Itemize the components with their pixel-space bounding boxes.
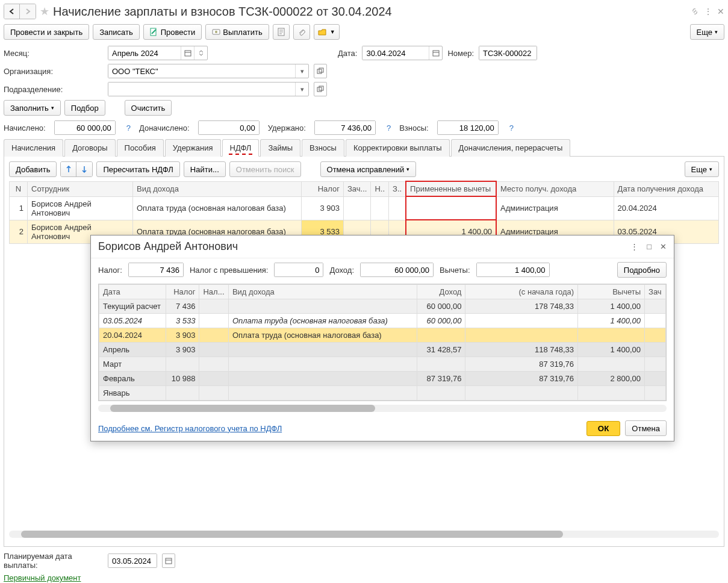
- org-input[interactable]: [108, 64, 295, 78]
- move-up-button[interactable]: [61, 162, 76, 176]
- popup-close-icon[interactable]: ✕: [660, 242, 667, 251]
- popup-link[interactable]: Подробнее см. Регистр налогового учета п…: [98, 424, 282, 433]
- th-n[interactable]: N: [10, 181, 28, 196]
- tab-ndfl[interactable]: НДФЛ: [222, 139, 260, 157]
- tab-contracts[interactable]: Договоры: [64, 139, 115, 157]
- post-close-button[interactable]: Провести и закрыть: [4, 24, 89, 40]
- p-excess-input[interactable]: [275, 263, 323, 276]
- th-income-type[interactable]: Вид дохода: [133, 181, 302, 196]
- pth-income-type[interactable]: Вид дохода: [228, 285, 417, 299]
- tab-benefits[interactable]: Пособия: [117, 139, 164, 157]
- tab-contribs[interactable]: Взносы: [302, 139, 344, 157]
- th-zach[interactable]: Зач...: [344, 181, 371, 196]
- find-button[interactable]: Найти...: [184, 161, 226, 177]
- recalc-button[interactable]: Пересчитать НДФЛ: [96, 161, 179, 177]
- cancel-fixes-button[interactable]: Отмена исправлений ▾: [320, 161, 417, 177]
- hint-icon[interactable]: ?: [509, 123, 514, 132]
- popup-scrollbar[interactable]: [98, 405, 667, 412]
- print-button[interactable]: ▼: [314, 24, 340, 40]
- nav-forward-button[interactable]: [20, 4, 36, 19]
- dept-input[interactable]: [108, 83, 295, 96]
- calendar-icon[interactable]: [181, 46, 194, 60]
- withheld-input[interactable]: [315, 121, 375, 134]
- details-button[interactable]: Подробно: [617, 262, 667, 278]
- menu-dots-icon[interactable]: ⋮: [704, 7, 712, 16]
- main-toolbar: Провести и закрыть Записать Провести Вып…: [4, 24, 724, 40]
- pth-ded[interactable]: Вычеты: [578, 285, 645, 299]
- th-date[interactable]: Дата получения дохода: [614, 181, 718, 196]
- tab-addl[interactable]: Доначисления, перерасчеты: [451, 139, 571, 157]
- tab-corrections[interactable]: Корректировки выплаты: [346, 139, 450, 157]
- table-row[interactable]: Апрель3 90331 428,57118 748,331 400,00: [99, 343, 666, 357]
- add-accrued-label: Доначислено:: [139, 123, 190, 132]
- calendar-icon[interactable]: [162, 553, 175, 568]
- more-button[interactable]: Еще ▾: [690, 24, 724, 40]
- table-row[interactable]: Текущий расчет7 43660 000,00178 748,331 …: [99, 299, 666, 314]
- th-employee[interactable]: Сотрудник: [28, 181, 133, 196]
- clear-button[interactable]: Очистить: [125, 100, 172, 116]
- th-deductions[interactable]: Примененные вычеты: [406, 181, 496, 196]
- add-accrued-input[interactable]: [199, 121, 259, 134]
- table-row[interactable]: Февраль10 98887 319,7687 319,762 800,00: [99, 372, 666, 386]
- link-icon[interactable]: [691, 7, 699, 16]
- number-input[interactable]: [479, 46, 537, 60]
- p-tax-input[interactable]: [129, 263, 183, 276]
- popup-table[interactable]: Дата Налог Нал... Вид дохода Доход (с на…: [99, 284, 666, 401]
- add-button[interactable]: Добавить: [9, 161, 57, 177]
- pick-button[interactable]: Подбор: [64, 100, 105, 116]
- dropdown-icon[interactable]: ▾: [295, 83, 308, 96]
- close-icon[interactable]: ✕: [717, 7, 724, 16]
- pth-income[interactable]: Доход: [417, 285, 465, 299]
- th-tax[interactable]: Налог: [302, 181, 344, 196]
- open-ref-button[interactable]: [314, 82, 327, 96]
- calendar-icon[interactable]: [429, 46, 442, 60]
- contrib-input[interactable]: [438, 121, 498, 134]
- popup-header: Борисов Андрей Антонович ⋮ □ ✕: [91, 235, 674, 258]
- tab-deductions[interactable]: Удержания: [165, 139, 221, 157]
- tab-accruals[interactable]: Начисления: [4, 139, 63, 157]
- cancel-search-button[interactable]: Отменить поиск: [229, 161, 301, 177]
- table-row[interactable]: Март87 319,76: [99, 357, 666, 372]
- popup-menu-icon[interactable]: ⋮: [630, 242, 638, 251]
- row-dept: Подразделение: ▾: [4, 82, 724, 96]
- tab-loans[interactable]: Займы: [260, 139, 300, 157]
- nav-back-button[interactable]: [4, 4, 20, 19]
- attach-button[interactable]: [293, 24, 310, 40]
- pay-button[interactable]: Выплатить: [205, 24, 269, 40]
- month-spinner[interactable]: [194, 46, 207, 60]
- table-row[interactable]: 20.04.20243 903Оплата труда (основная на…: [99, 328, 666, 343]
- hint-icon[interactable]: ?: [126, 123, 131, 132]
- planned-date-input[interactable]: [108, 554, 157, 567]
- month-input[interactable]: [108, 46, 181, 60]
- h-scrollbar[interactable]: [9, 531, 719, 538]
- table-row[interactable]: 1Борисов Андрей АнтоновичОплата труда (о…: [10, 196, 719, 220]
- report-button[interactable]: [273, 24, 290, 40]
- pth-tax2[interactable]: Нал...: [199, 285, 228, 299]
- star-icon[interactable]: ★: [40, 5, 49, 18]
- pth-ytd[interactable]: (с начала года): [465, 285, 578, 299]
- pth-tax[interactable]: Налог: [166, 285, 199, 299]
- move-down-button[interactable]: [76, 162, 92, 176]
- pth-date[interactable]: Дата: [99, 285, 166, 299]
- popup-ok-button[interactable]: ОК: [586, 421, 621, 436]
- fill-button[interactable]: Заполнить ▾: [4, 100, 61, 116]
- inner-more-button[interactable]: Еще ▾: [685, 161, 719, 177]
- open-ref-button[interactable]: [314, 64, 327, 78]
- th-z[interactable]: З..: [389, 181, 406, 196]
- table-row[interactable]: Январь: [99, 386, 666, 401]
- primary-doc-link[interactable]: Первичный документ: [4, 573, 81, 582]
- th-place[interactable]: Место получ. дохода: [496, 181, 614, 196]
- hint-icon[interactable]: ?: [387, 123, 391, 132]
- accrued-input[interactable]: [55, 121, 115, 134]
- pth-zach[interactable]: Зач: [645, 285, 666, 299]
- date-input[interactable]: [362, 46, 429, 60]
- save-button[interactable]: Записать: [93, 24, 140, 40]
- th-n2[interactable]: Н..: [371, 181, 389, 196]
- popup-cancel-button[interactable]: Отмена: [625, 420, 667, 436]
- p-income-input[interactable]: [361, 263, 433, 276]
- post-button[interactable]: Провести: [143, 24, 202, 40]
- popup-maximize-icon[interactable]: □: [647, 242, 652, 251]
- p-ded-input[interactable]: [477, 263, 549, 276]
- table-row[interactable]: 03.05.20243 533Оплата труда (основная на…: [99, 314, 666, 328]
- dropdown-icon[interactable]: ▾: [295, 64, 308, 78]
